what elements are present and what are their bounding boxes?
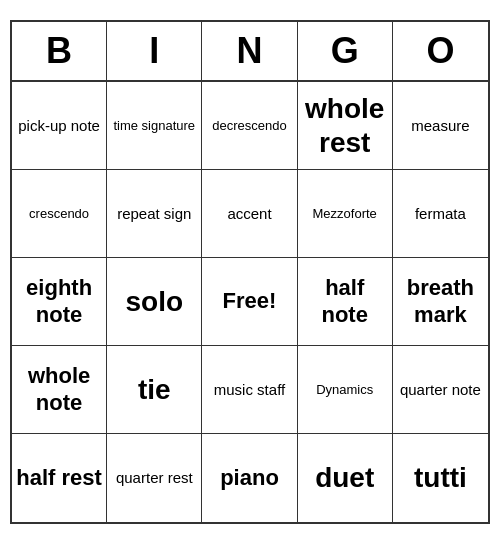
bingo-cell-15[interactable]: whole note — [12, 346, 107, 434]
bingo-cell-9[interactable]: fermata — [393, 170, 488, 258]
bingo-cell-22[interactable]: piano — [202, 434, 297, 522]
cell-label: quarter note — [400, 381, 481, 399]
bingo-cell-5[interactable]: crescendo — [12, 170, 107, 258]
cell-label: measure — [411, 117, 469, 135]
header-letter: G — [298, 22, 393, 80]
cell-label: Free! — [223, 288, 277, 314]
cell-label: Dynamics — [316, 382, 373, 398]
bingo-cell-18[interactable]: Dynamics — [298, 346, 393, 434]
cell-label: breath mark — [397, 275, 484, 328]
cell-label: eighth note — [16, 275, 102, 328]
cell-label: Mezzoforte — [313, 206, 377, 222]
cell-label: accent — [227, 205, 271, 223]
bingo-header: BINGO — [12, 22, 488, 82]
header-letter: B — [12, 22, 107, 80]
bingo-cell-21[interactable]: quarter rest — [107, 434, 202, 522]
bingo-cell-24[interactable]: tutti — [393, 434, 488, 522]
cell-label: piano — [220, 465, 279, 491]
bingo-cell-1[interactable]: time signature — [107, 82, 202, 170]
cell-label: duet — [315, 461, 374, 495]
cell-label: whole note — [16, 363, 102, 416]
bingo-cell-16[interactable]: tie — [107, 346, 202, 434]
cell-label: tie — [138, 373, 171, 407]
cell-label: time signature — [113, 118, 195, 134]
bingo-cell-4[interactable]: measure — [393, 82, 488, 170]
cell-label: decrescendo — [212, 118, 286, 134]
header-letter: I — [107, 22, 202, 80]
cell-label: music staff — [214, 381, 285, 399]
cell-label: crescendo — [29, 206, 89, 222]
bingo-cell-7[interactable]: accent — [202, 170, 297, 258]
cell-label: repeat sign — [117, 205, 191, 223]
bingo-cell-8[interactable]: Mezzoforte — [298, 170, 393, 258]
bingo-card: BINGO pick-up notetime signaturedecresce… — [10, 20, 490, 524]
bingo-grid: pick-up notetime signaturedecrescendowho… — [12, 82, 488, 522]
bingo-cell-11[interactable]: solo — [107, 258, 202, 346]
bingo-cell-17[interactable]: music staff — [202, 346, 297, 434]
cell-label: tutti — [414, 461, 467, 495]
bingo-cell-23[interactable]: duet — [298, 434, 393, 522]
cell-label: whole rest — [302, 92, 388, 159]
cell-label: pick-up note — [18, 117, 100, 135]
header-letter: N — [202, 22, 297, 80]
bingo-cell-3[interactable]: whole rest — [298, 82, 393, 170]
bingo-cell-10[interactable]: eighth note — [12, 258, 107, 346]
header-letter: O — [393, 22, 488, 80]
cell-label: half note — [302, 275, 388, 328]
bingo-cell-13[interactable]: half note — [298, 258, 393, 346]
bingo-cell-12[interactable]: Free! — [202, 258, 297, 346]
bingo-cell-0[interactable]: pick-up note — [12, 82, 107, 170]
bingo-cell-19[interactable]: quarter note — [393, 346, 488, 434]
cell-label: half rest — [16, 465, 102, 491]
bingo-cell-20[interactable]: half rest — [12, 434, 107, 522]
bingo-cell-14[interactable]: breath mark — [393, 258, 488, 346]
bingo-cell-2[interactable]: decrescendo — [202, 82, 297, 170]
cell-label: fermata — [415, 205, 466, 223]
cell-label: quarter rest — [116, 469, 193, 487]
bingo-cell-6[interactable]: repeat sign — [107, 170, 202, 258]
cell-label: solo — [126, 285, 184, 319]
